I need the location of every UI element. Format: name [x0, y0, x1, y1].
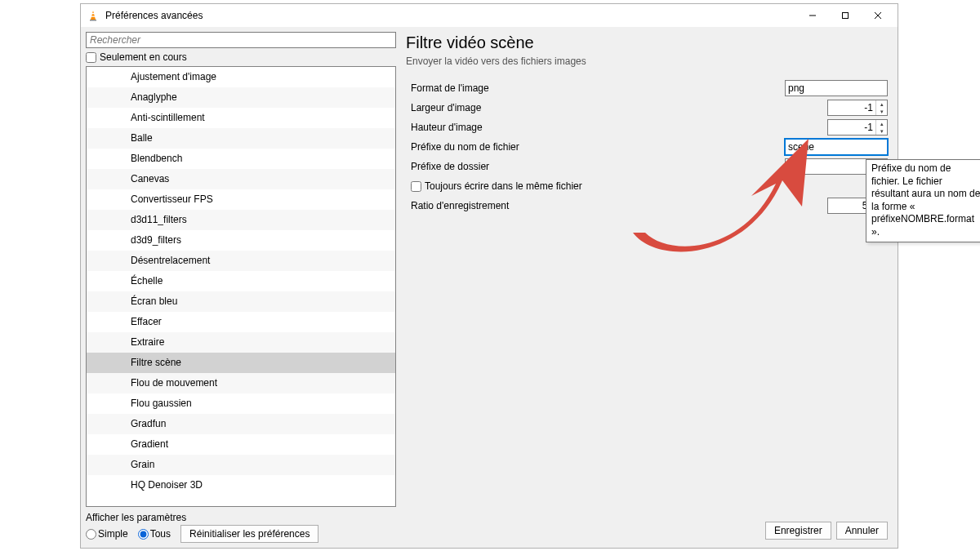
tree-item[interactable]: Anaglyphe [87, 87, 395, 108]
tree-item[interactable]: Filtre scène [87, 353, 395, 373]
tree-item[interactable]: Désentrelacement [87, 251, 395, 271]
tree-item[interactable]: Canevas [87, 169, 395, 189]
tree-item[interactable]: Gradient [87, 434, 395, 455]
panel-subtitle: Envoyer la vidéo vers des fichiers image… [406, 56, 888, 67]
radio-all[interactable]: Tous [138, 528, 171, 540]
svg-rect-2 [91, 13, 95, 14]
only-current-label: Seulement en cours [100, 51, 187, 63]
maximize-button[interactable] [829, 4, 862, 27]
content-area: Seulement en cours Ajustement d'imageAna… [81, 27, 898, 548]
titlebar: Préférences avancées [81, 4, 898, 27]
show-options: Afficher les paramètres Simple Tous Réin… [86, 507, 396, 543]
preferences-window: Préférences avancées Seulement en cours … [80, 3, 898, 549]
always-write-checkbox[interactable]: Toujours écrire dans le même fichier [406, 176, 888, 196]
tree-item[interactable]: HQ Denoiser 3D [87, 475, 395, 495]
right-pane: Filtre vidéo scène Envoyer la vidéo vers… [401, 32, 893, 543]
tree-item[interactable]: Blendbench [87, 149, 395, 169]
filter-tree[interactable]: Ajustement d'imageAnaglypheAnti-scintill… [86, 66, 396, 507]
only-current-box[interactable] [86, 52, 96, 63]
tree-item[interactable]: Grain [87, 455, 395, 475]
field-record-ratio: Ratio d'enregistrement 50▴▾ [406, 196, 888, 216]
tree-item[interactable]: Flou gaussien [87, 393, 395, 414]
minimize-button[interactable] [796, 4, 829, 27]
tree-item[interactable]: Ajustement d'image [87, 67, 395, 87]
field-image-height: Hauteur d'image -1▴▾ [406, 118, 888, 137]
tree-item[interactable]: Anti-scintillement [87, 108, 395, 128]
panel-title: Filtre vidéo scène [406, 33, 888, 52]
field-dir-prefix: Préfixe de dossier [406, 157, 888, 176]
image-height-spinner[interactable]: -1▴▾ [827, 119, 888, 136]
tree-item[interactable]: Convertisseur FPS [87, 189, 395, 210]
radio-simple[interactable]: Simple [86, 528, 128, 540]
window-controls [796, 4, 894, 27]
image-format-input[interactable] [785, 80, 888, 96]
tooltip-filename-prefix: Préfixe du nom de fichier. Le fichier ré… [866, 159, 980, 242]
search-input[interactable] [86, 32, 396, 48]
tree-item[interactable]: Écran bleu [87, 291, 395, 312]
show-options-title: Afficher les paramètres [86, 512, 396, 523]
svg-marker-0 [91, 11, 96, 20]
only-current-checkbox[interactable]: Seulement en cours [86, 51, 396, 63]
tree-item[interactable]: Gradfun [87, 414, 395, 434]
image-width-spinner[interactable]: -1▴▾ [827, 100, 888, 116]
vlc-cone-icon [87, 10, 99, 21]
chevron-down-icon: ▾ [876, 127, 887, 135]
tree-item[interactable]: Effacer [87, 312, 395, 332]
chevron-up-icon: ▴ [876, 100, 887, 108]
svg-rect-1 [90, 20, 96, 21]
tree-item[interactable]: Échelle [87, 271, 395, 291]
filename-prefix-input[interactable] [785, 139, 888, 155]
svg-rect-3 [91, 16, 95, 17]
window-title: Préférences avancées [105, 10, 796, 21]
tree-item[interactable]: d3d9_filters [87, 230, 395, 251]
close-button[interactable] [862, 4, 894, 27]
tree-item[interactable]: Balle [87, 128, 395, 149]
tree-item[interactable]: Flou de mouvement [87, 373, 395, 393]
chevron-up-icon: ▴ [876, 120, 887, 127]
field-filename-prefix: Préfixe du nom de fichier [406, 137, 888, 157]
save-button[interactable]: Enregistrer [765, 522, 831, 540]
chevron-down-icon: ▾ [876, 108, 887, 115]
field-image-width: Largeur d'image -1▴▾ [406, 98, 888, 118]
left-pane: Seulement en cours Ajustement d'imageAna… [86, 32, 396, 543]
reset-preferences-button[interactable]: Réinitialiser les préférences [180, 525, 318, 543]
dialog-buttons: Enregistrer Annuler [765, 522, 888, 540]
cancel-button[interactable]: Annuler [836, 522, 888, 540]
tree-item[interactable]: d3d11_filters [87, 210, 395, 230]
svg-rect-5 [843, 13, 849, 19]
tree-item[interactable]: Extraire [87, 332, 395, 353]
field-image-format: Format de l'image [406, 78, 888, 98]
